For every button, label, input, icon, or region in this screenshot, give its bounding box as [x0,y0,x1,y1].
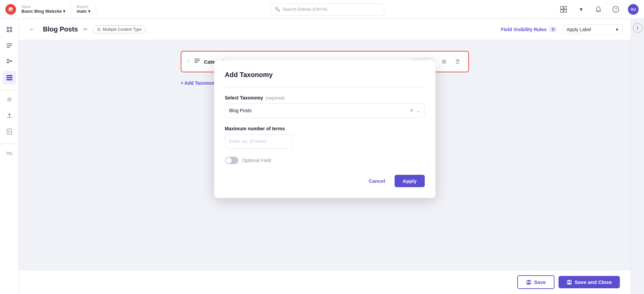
taxonomy-select-value: Blog Posts [229,108,410,113]
svg-rect-24 [7,152,9,153]
select-icons: ✕ ⌄ [410,108,420,113]
clear-icon[interactable]: ✕ [410,108,414,113]
branch-name[interactable]: main ▾ [76,9,90,14]
view-toggle-btn[interactable] [558,4,569,15]
sidebar-item-tasks[interactable] [3,125,16,138]
page-header: ← Blog Posts ✏ ⊡ Multiple Content Type F… [19,19,631,40]
svg-point-21 [8,98,10,100]
svg-rect-8 [7,30,9,32]
svg-rect-3 [564,10,567,12]
svg-rect-15 [10,60,12,62]
dropdown-btn[interactable]: ▾ [576,4,586,15]
content-area: ← Blog Posts ✏ ⊡ Multiple Content Type F… [19,19,631,294]
main-layout: ← Blog Posts ✏ ⊡ Multiple Content Type F… [0,19,644,294]
page-title: Blog Posts [43,25,78,33]
sidebar-item-content-model[interactable] [3,71,16,84]
svg-rect-41 [568,280,570,282]
modal-divider [225,87,425,87]
required-label: (required) [266,95,285,100]
svg-rect-7 [10,27,12,29]
svg-rect-19 [6,77,12,78]
stack-label: Stack [21,5,65,9]
svg-rect-11 [7,45,12,46]
svg-rect-9 [10,30,12,32]
navbar: Stack Basic Blog Website ▾ Branch main ▾… [0,0,644,19]
info-button[interactable]: ℹ [633,23,643,33]
sidebar [0,19,19,294]
sidebar-item-schema[interactable] [3,55,16,68]
optional-field-toggle[interactable] [225,157,238,164]
field-visibility-button[interactable]: Field Visibility Rules 0 [501,27,557,32]
cancel-button[interactable]: Cancel [363,175,391,187]
bottom-bar: Save Save and Close [19,270,631,294]
stack-name[interactable]: Basic Blog Website ▾ [21,9,65,14]
svg-rect-2 [561,10,563,12]
toggle-thumb [226,157,232,163]
stack-chevron-icon: ▾ [63,9,65,14]
sidebar-item-content[interactable] [3,39,16,52]
taxonomy-select[interactable]: Blog Posts ✕ ⌄ [225,103,425,118]
select-taxonomy-label: Select Taxonomy (required) [225,95,425,100]
save-and-close-button[interactable]: Save and Close [559,276,620,288]
modal-footer: Cancel Apply [225,175,425,187]
svg-rect-39 [527,283,530,284]
search-placeholder: Search Entries (Ctrl+K) [283,7,328,12]
modal-title: Add Taxonomy [225,71,425,79]
svg-rect-6 [7,27,9,29]
sidebar-item-integrations[interactable] [3,93,16,106]
svg-rect-18 [6,75,12,76]
max-terms-input[interactable] [225,134,292,149]
svg-rect-12 [7,47,10,48]
svg-line-17 [9,61,10,63]
content-type-icon: ⊡ [97,27,101,32]
branch-label: Branch [76,5,90,9]
dropdown-chevron-icon[interactable]: ⌄ [416,108,420,113]
content-type-badge[interactable]: ⊡ Multiple Content Type [93,25,146,33]
svg-rect-10 [7,43,12,44]
sidebar-item-settings[interactable] [3,147,16,160]
svg-rect-0 [561,6,563,9]
modal-overlay: Add Taxonomy Select Taxonomy (required) … [19,40,631,270]
save-button[interactable]: Save [517,275,554,289]
svg-rect-13 [7,59,9,61]
field-visibility-count: 0 [549,27,557,32]
save-label: Save [534,279,546,285]
branch-info: Branch main ▾ [76,5,96,14]
svg-rect-1 [564,6,567,9]
svg-rect-20 [6,79,12,80]
svg-rect-38 [528,280,530,282]
sidebar-item-dashboard[interactable] [3,23,16,36]
back-button[interactable]: ← [27,24,38,35]
svg-rect-22 [7,129,12,134]
user-avatar[interactable]: SU [628,4,639,15]
stack-info: Stack Basic Blog Website ▾ [21,5,71,14]
apply-label-chevron-icon: ▾ [616,27,618,32]
svg-text:?: ? [615,7,617,12]
apply-button[interactable]: Apply [395,175,425,187]
apply-label-text: Apply Label [567,27,591,32]
notification-btn[interactable] [593,4,604,15]
optional-field-row: Optional Field [225,157,425,164]
add-taxonomy-modal: Add Taxonomy Select Taxonomy (required) … [214,60,435,198]
svg-line-16 [9,60,10,61]
sidebar-item-deploy[interactable] [3,109,16,122]
content-type-label: Multiple Content Type [103,27,141,32]
page-body: ⠿ Categories Multiple [19,40,631,270]
navbar-actions: ▾ ? SU [558,4,639,15]
search-bar[interactable]: 🔍 Search Entries (Ctrl+K) [270,3,384,15]
svg-rect-42 [568,283,571,284]
help-btn[interactable]: ? [610,4,621,15]
field-visibility-label: Field Visibility Rules [501,27,546,32]
search-icon: 🔍 [275,7,280,12]
search-area: 🔍 Search Entries (Ctrl+K) [102,3,553,15]
right-panel: ℹ [631,19,644,294]
optional-field-label: Optional Field [242,158,271,163]
max-terms-label: Maximum number of terms [225,126,425,131]
edit-icon[interactable]: ✏ [83,26,87,32]
app-logo[interactable] [5,4,16,15]
svg-rect-25 [10,154,12,155]
apply-label-dropdown[interactable]: Apply Label ▾ [562,24,623,34]
save-close-label: Save and Close [575,279,612,285]
branch-chevron-icon: ▾ [88,9,91,14]
svg-rect-14 [7,62,9,63]
